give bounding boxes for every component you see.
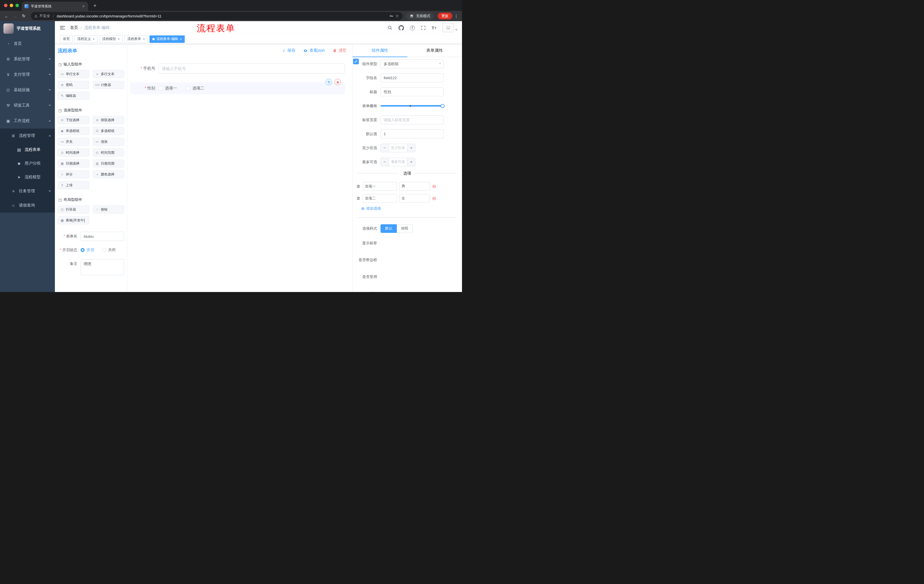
browser-menu-icon[interactable]: ⋮ [454, 13, 459, 19]
reload-button[interactable]: ↻ [20, 13, 28, 18]
grid-slider[interactable] [381, 102, 444, 110]
decrease-button[interactable]: − [381, 144, 389, 152]
chip-button[interactable]: ☝按钮 [93, 206, 124, 214]
chip-row-container[interactable]: ◫行容器 [58, 206, 89, 214]
tag-process-model[interactable]: 流程模型 × [99, 35, 123, 43]
drag-handle-icon[interactable]: ≣ [356, 184, 360, 189]
view-json-button[interactable]: 查看json [303, 48, 325, 53]
chip-counter[interactable]: 123计数器 [93, 81, 124, 89]
status-on-radio[interactable]: 开启 [81, 247, 94, 253]
url-bar[interactable]: ⚠ 不安全 dashboard.yudao.iocoder.cn/bpm/man… [31, 12, 403, 20]
github-icon[interactable] [399, 25, 404, 31]
increase-button[interactable]: + [407, 144, 415, 152]
phone-field[interactable]: 手机号 [130, 63, 345, 74]
tab-form-props[interactable]: 表单属性 [408, 44, 462, 57]
tag-close-icon[interactable]: × [143, 37, 145, 41]
chip-date-range[interactable]: ▥日期范围 [93, 160, 124, 168]
style-button-button[interactable]: 按钮 [397, 224, 413, 233]
phone-input[interactable] [159, 63, 345, 74]
option-value-input[interactable] [399, 182, 430, 191]
forward-button[interactable]: → [12, 14, 19, 18]
sidebar-item-payment[interactable]: ¥ 支付管理 [0, 67, 55, 82]
min-select-placeholder[interactable]: 至少应选 [389, 144, 407, 152]
sidebar-item-user-group[interactable]: ☻ 用户分组 [0, 156, 55, 170]
tag-process-definition[interactable]: 流程定义 × [74, 35, 98, 43]
sidebar-item-system[interactable]: ⚙ 系统管理 [0, 51, 55, 67]
default-value-input[interactable] [381, 130, 444, 138]
help-icon[interactable]: ? [410, 25, 415, 30]
title-input[interactable] [381, 87, 444, 96]
chip-color-picker[interactable]: ◑颜色选择 [93, 170, 124, 178]
chip-cascader[interactable]: ⋔级联选择 [93, 116, 124, 124]
gender-option2-checkbox[interactable]: 选项二 [186, 86, 205, 91]
save-button[interactable]: ✓ 保存 [282, 48, 295, 53]
user-avatar[interactable] [442, 23, 457, 32]
chip-rate[interactable]: ☆评分 [58, 170, 89, 178]
bookmark-star-icon[interactable]: ☆ [395, 13, 399, 18]
delete-field-button[interactable] [335, 79, 341, 85]
clear-button[interactable]: 清空 [333, 48, 346, 53]
form-remark-textarea[interactable]: 嘿嘿 [81, 259, 124, 275]
new-tab-button[interactable]: + [91, 3, 98, 9]
search-icon[interactable] [388, 25, 393, 30]
tag-close-icon[interactable]: × [92, 37, 95, 41]
browser-update-button[interactable]: 更新 [438, 13, 452, 20]
gender-option1-checkbox[interactable]: 选项一 [159, 86, 177, 91]
window-close-button[interactable] [4, 4, 7, 7]
max-select-placeholder[interactable]: 最多可选 [389, 158, 407, 166]
chip-radio-group[interactable]: ◉单选框组 [58, 127, 89, 135]
tag-process-form-edit[interactable]: 流程表单-编辑 × [150, 35, 185, 43]
sidebar-item-infrastructure[interactable]: ⊡ 基础设施 [0, 82, 55, 98]
chip-time-picker[interactable]: ◷时间选择 [58, 148, 89, 156]
remove-option-icon[interactable]: ⊖ [432, 196, 436, 201]
sidebar-collapse-icon[interactable] [59, 25, 66, 31]
sidebar-item-home[interactable]: ◔ 首页 [0, 36, 55, 51]
chip-select[interactable]: ⊙下拉选择 [58, 116, 89, 124]
form-name-input[interactable] [81, 232, 124, 241]
option-label-input[interactable] [363, 182, 397, 191]
sidebar-item-process-management[interactable]: ≣ 流程管理 [0, 128, 55, 143]
tag-close-icon[interactable]: × [180, 37, 182, 41]
slider-track[interactable] [381, 105, 444, 107]
sidebar-item-task-management[interactable]: ≡ 任务管理 [0, 184, 55, 198]
sidebar-item-leave-query[interactable]: ☺ 请假查询 [0, 198, 55, 212]
option-label-input[interactable] [363, 194, 397, 202]
tab-close-icon[interactable]: × [82, 4, 85, 8]
chip-slider[interactable]: ⊷滑块 [93, 138, 124, 146]
browser-tab[interactable]: 芋道管理系统 × [22, 2, 88, 11]
window-zoom-button[interactable] [15, 4, 19, 7]
window-minimize-button[interactable] [10, 4, 13, 7]
chip-password[interactable]: ⊛密码 [58, 81, 89, 89]
tab-component-props[interactable]: 组件属性 [353, 44, 408, 57]
slider-handle[interactable] [441, 104, 445, 108]
sidebar-logo[interactable]: 芋道管理系统 [0, 21, 55, 36]
chip-switch[interactable]: ⊶开关 [58, 138, 89, 146]
chip-multi-line-text[interactable]: ≡多行文本 [93, 70, 124, 78]
doc-link-button[interactable] [353, 59, 359, 64]
remove-option-icon[interactable]: ⊖ [432, 184, 436, 189]
gender-field-selected[interactable]: 性别 选项一 选项二 [130, 82, 345, 94]
status-off-radio[interactable]: 关闭 [102, 247, 116, 253]
back-button[interactable]: ← [3, 14, 10, 18]
chip-time-range[interactable]: ◴时间范围 [93, 148, 124, 156]
decrease-button[interactable]: − [381, 158, 389, 166]
increase-button[interactable]: + [407, 158, 415, 166]
chip-single-line-text[interactable]: ▭单行文本 [58, 70, 89, 78]
add-option-button[interactable]: ⊕ 添加选项 [361, 206, 462, 211]
chip-editor[interactable]: ✎编辑器 [58, 92, 89, 100]
chip-date-picker[interactable]: ▦日期选择 [58, 160, 89, 168]
chip-table[interactable]: ▩表格[开发中] [58, 216, 89, 224]
breadcrumb-home[interactable]: 首页 [70, 25, 78, 30]
drag-handle-icon[interactable]: ≣ [356, 196, 360, 201]
sidebar-item-process-model[interactable]: ➤ 流程模型 [0, 170, 55, 184]
style-default-button[interactable]: 默认 [381, 224, 397, 233]
copy-field-button[interactable] [326, 79, 332, 85]
field-name-input[interactable] [381, 73, 444, 82]
font-size-icon[interactable]: TT [432, 25, 437, 30]
sidebar-item-process-form[interactable]: ▤ 流程表单 [0, 143, 55, 156]
sidebar-item-devtools[interactable]: ⚒ 研发工具 [0, 98, 55, 113]
chip-checkbox-group[interactable]: ☑多选框组 [93, 127, 124, 135]
tag-close-icon[interactable]: × [118, 37, 120, 41]
component-type-select[interactable]: 多选框组 [381, 59, 444, 68]
sidebar-item-workflow[interactable]: ▣ 工作流程 [0, 113, 55, 128]
